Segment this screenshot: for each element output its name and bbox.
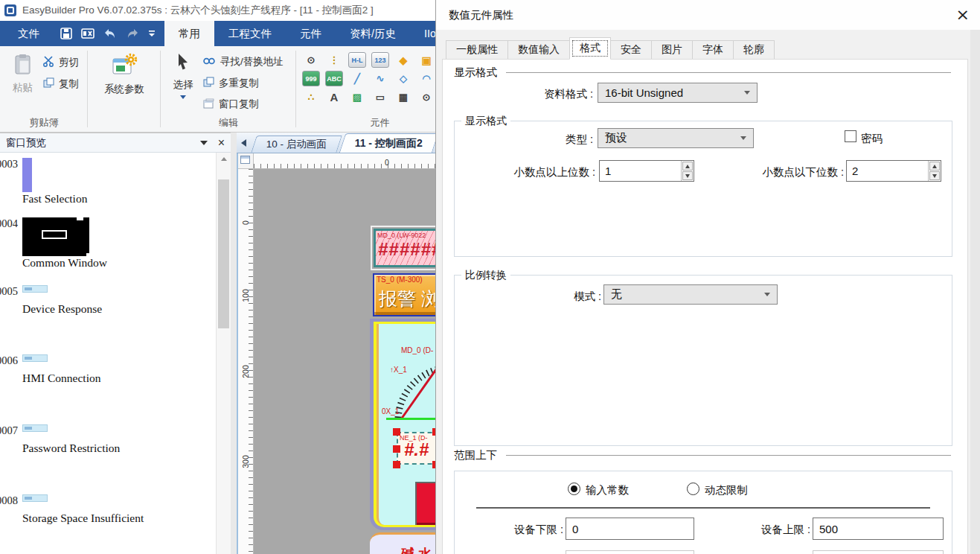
window-preview-title: 窗口预览 — [6, 136, 46, 150]
selection-handle[interactable] — [393, 428, 400, 436]
panel-dropdown-icon[interactable] — [200, 141, 208, 145]
panel-splitter[interactable] — [231, 133, 237, 554]
vertical-ruler: 0 100 200 300 — [238, 169, 254, 554]
ribbon-tab-home[interactable]: 常用 — [164, 21, 214, 46]
dialog-close-icon[interactable]: × — [956, 7, 970, 23]
find-replace-address-button[interactable]: 寻找/替换地址 — [199, 53, 286, 71]
ribbon-tab-elements[interactable]: 元件 — [286, 21, 336, 46]
tab-font[interactable]: 字体 — [692, 40, 734, 60]
picture-tool-icon[interactable]: ▨ — [348, 89, 366, 105]
redo-icon[interactable] — [126, 28, 139, 39]
export-icon[interactable] — [81, 28, 95, 39]
scroll-up-icon[interactable] — [217, 153, 231, 165]
qat-more-icon[interactable] — [148, 29, 156, 38]
hmi-selected-numeric-element[interactable]: NE_1 (D- #.# — [397, 432, 435, 465]
freeform-tool-icon[interactable]: ∿ — [371, 71, 389, 86]
rectangle-tool-icon[interactable]: ▭ — [371, 89, 389, 105]
multi-copy-button[interactable]: 多重复制 — [199, 74, 286, 92]
cut-button[interactable]: 剪切 — [39, 53, 82, 71]
window-thumbnail[interactable] — [22, 158, 32, 192]
selection-handle[interactable] — [393, 461, 400, 468]
traffic-light-icon[interactable]: ⋮ — [325, 52, 343, 68]
design-canvas[interactable]: MD_0 (LW-9022 ###### TS_0 (M-300) 报警 浏 M… — [254, 169, 435, 554]
paste-button[interactable]: 粘贴 — [6, 50, 39, 95]
select-dropdown-icon[interactable] — [180, 95, 186, 99]
data-format-combobox[interactable]: 16-bit Unsigned — [598, 83, 758, 103]
text-tool-icon[interactable]: A — [325, 89, 343, 105]
list-item-0005[interactable]: 0005 Device Response — [0, 285, 216, 340]
numeric-key-icon[interactable]: 123 — [371, 52, 389, 68]
dialog-right-gutter — [970, 30, 980, 554]
select-button[interactable]: 选择 — [167, 50, 199, 99]
window-thumbnail[interactable] — [22, 354, 48, 362]
line-tool-icon[interactable]: ╱ — [348, 71, 366, 86]
spin-up-icon[interactable] — [682, 162, 693, 171]
tab-general[interactable]: 一般属性 — [446, 40, 508, 60]
lamp-tool-icon[interactable]: ⊙ — [417, 89, 435, 105]
type-label: 类型 : — [519, 133, 593, 147]
hmi-gauge-panel[interactable]: MD_0 (D- ↑X_1 0X_1 NE_1 (D- #.# — [370, 319, 435, 530]
tab-scroll-left-button[interactable] — [241, 136, 246, 150]
constant-radio[interactable] — [568, 483, 580, 495]
window-thumbnail[interactable] — [22, 285, 48, 293]
list-item-0003[interactable]: 0003 Fast Selection — [0, 158, 216, 217]
marquee-tool-icon[interactable]: ∴ — [302, 89, 320, 105]
hmi-green-line — [386, 418, 435, 420]
hl-switch-icon[interactable]: H-L — [348, 52, 366, 68]
tab-security[interactable]: 安全 — [610, 40, 652, 60]
password-checkbox[interactable] — [845, 130, 856, 142]
list-item-0007[interactable]: 0007 Password Restriction — [0, 424, 216, 480]
tab-screen-10[interactable]: 10 - 启动画面 — [251, 136, 342, 153]
numeric-display-icon[interactable]: 999 — [302, 71, 320, 86]
undo-icon[interactable] — [103, 28, 117, 39]
ascii-display-icon[interactable]: ABC — [325, 71, 343, 86]
selection-handle[interactable] — [393, 445, 400, 453]
list-item-0006[interactable]: 0006 HMI Connection — [0, 354, 216, 410]
digits-below-spinner[interactable]: 2 — [846, 160, 941, 182]
horizontal-ruler: 0 — [254, 153, 435, 169]
paste-icon — [13, 53, 33, 77]
file-menu-button[interactable]: 文件 — [0, 21, 57, 46]
type-combobox[interactable]: 预设 — [598, 128, 754, 148]
window-copy-button[interactable]: 窗口复制 — [199, 95, 286, 113]
system-parameters-button[interactable]: 系统参数 — [94, 50, 155, 96]
tab-screen-11[interactable]: 11 - 控制画面2 — [339, 133, 438, 153]
ribbon-tab-project[interactable]: 工程文件 — [214, 21, 286, 46]
tab-profile[interactable]: 轮廓 — [733, 40, 775, 60]
tab-format[interactable]: 格式 — [569, 37, 611, 60]
hmi-alarm-button[interactable]: TS_0 (M-300) 报警 浏 — [373, 273, 435, 316]
window-thumbnail[interactable] — [22, 424, 48, 432]
app-icon — [4, 4, 16, 16]
copy-button[interactable]: 复制 — [39, 74, 82, 93]
hmi-bottom-panel[interactable]: 碱 水 — [370, 532, 435, 554]
arc-tool-icon[interactable]: ◠ — [417, 71, 435, 86]
device-low-input[interactable]: 0 — [566, 518, 694, 540]
ribbon-tab-data-history[interactable]: 资料/历史 — [336, 21, 410, 46]
panel-scrollbar[interactable] — [216, 153, 231, 554]
list-item-0004[interactable]: 0004 Common Window — [0, 217, 216, 270]
tab-picture[interactable]: 图片 — [651, 40, 693, 60]
dynamic-radio[interactable] — [687, 483, 699, 495]
hmi-numeric-display[interactable]: MD_0 (LW-9022 ###### — [374, 229, 435, 267]
spin-up-icon[interactable] — [929, 162, 940, 171]
window-title: EasyBuilder Pro V6.07.02.375s : 云林六个头蚀刻生… — [22, 4, 374, 17]
save-icon[interactable] — [60, 28, 72, 39]
tab-numeric-input[interactable]: 数值输入 — [507, 40, 570, 60]
screen-tab-bar: 10 - 启动画面 11 - 控制画面2 — [237, 133, 435, 153]
two-state-icon[interactable]: ▣ — [417, 52, 435, 68]
combo-shapes-icon[interactable]: ◆ — [394, 52, 412, 68]
window-thumbnail[interactable] — [22, 217, 89, 256]
polyline-tool-icon[interactable]: ◇ — [394, 71, 412, 86]
window-thumbnail[interactable] — [22, 494, 48, 502]
device-high-input[interactable]: 500 — [813, 518, 944, 540]
panel-close-icon[interactable]: × — [218, 137, 225, 149]
hmi-red-button[interactable] — [415, 482, 435, 525]
digits-above-spinner[interactable]: 1 — [599, 160, 694, 182]
scrollbar-thumb[interactable] — [218, 179, 229, 328]
mode-combobox[interactable]: 无 — [603, 284, 778, 305]
indicator-lamp-icon[interactable]: ⊙ — [302, 52, 320, 68]
spin-down-icon[interactable] — [929, 171, 940, 180]
table-tool-icon[interactable]: ▦ — [394, 89, 412, 105]
list-item-0008[interactable]: 0008 Storage Space Insufficient — [0, 494, 216, 550]
spin-down-icon[interactable] — [682, 171, 693, 180]
